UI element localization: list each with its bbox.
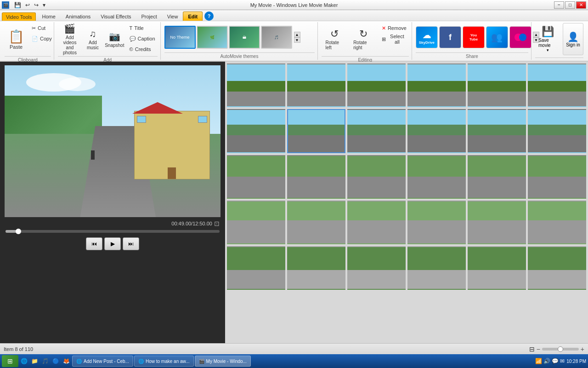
clip-23[interactable]: [468, 201, 526, 244]
maximize-button[interactable]: □: [565, 1, 575, 9]
credits-button[interactable]: © Credits: [127, 44, 158, 54]
clip-13[interactable]: [227, 155, 285, 199]
facebook-button[interactable]: f: [439, 26, 461, 48]
youtube-button[interactable]: YouTube: [463, 26, 485, 48]
taskbar-chrome-icon[interactable]: 🔵: [51, 358, 61, 364]
qat-redo[interactable]: ↪: [33, 1, 40, 9]
previous-frame-button[interactable]: ⏮: [86, 237, 102, 250]
clip-12[interactable]: [528, 109, 586, 153]
tab-edit[interactable]: Edit: [183, 12, 203, 21]
play-icon: ▶: [111, 241, 115, 247]
clip-16[interactable]: [407, 155, 466, 199]
tab-visual-effects[interactable]: Visual Effects: [96, 12, 136, 21]
clip-6[interactable]: [528, 63, 586, 107]
caption-button[interactable]: 💬 Caption: [127, 34, 158, 44]
close-button[interactable]: ✕: [576, 1, 586, 9]
clip-27[interactable]: [347, 246, 406, 290]
tray-network-icon[interactable]: 📶: [535, 358, 542, 364]
qat-dropdown[interactable]: ▾: [41, 1, 47, 9]
add-videos-button[interactable]: 🎬 Add videosand photos: [58, 23, 82, 55]
remove-button[interactable]: ✕ Remove: [379, 23, 409, 33]
clip-10[interactable]: [407, 109, 466, 153]
theme-4[interactable]: 🎵: [261, 26, 292, 49]
taskbar-firefox-icon[interactable]: 🦊: [62, 358, 71, 364]
tab-home[interactable]: Home: [37, 12, 60, 21]
seek-handle[interactable]: [16, 229, 21, 234]
clip-7[interactable]: [227, 109, 285, 153]
clip-4[interactable]: [407, 63, 466, 107]
save-movie-button[interactable]: 💾 Save movie ▾: [535, 23, 561, 55]
system-clock: 10:28 PM: [566, 359, 586, 364]
taskbar-folder-icon[interactable]: 📁: [30, 358, 40, 364]
clip-9[interactable]: [347, 109, 406, 153]
app-icon: 🎬: [2, 1, 9, 9]
clip-21[interactable]: [347, 201, 406, 244]
clip-26[interactable]: [287, 246, 345, 290]
clip-1[interactable]: [227, 63, 285, 107]
clip-8[interactable]: [287, 109, 345, 153]
clip-2[interactable]: [287, 63, 345, 107]
sign-in-button[interactable]: 👤 Sign in: [563, 23, 583, 55]
theme-2[interactable]: 🌿: [197, 26, 228, 49]
clip-14[interactable]: [287, 155, 345, 199]
paste-button[interactable]: 📋 Paste: [5, 23, 28, 55]
clip-30[interactable]: [528, 246, 586, 290]
minimize-button[interactable]: −: [554, 1, 564, 9]
tab-view[interactable]: View: [162, 12, 183, 21]
start-button[interactable]: ⊞: [2, 355, 18, 367]
select-all-button[interactable]: ⊞ Select all: [379, 34, 409, 44]
tray-whatsapp-icon[interactable]: 💬: [552, 358, 559, 364]
taskbar-item-1[interactable]: 🌐 Add New Post - Ceb...: [72, 356, 133, 367]
qat-save[interactable]: 💾: [13, 1, 23, 9]
taskbar-media-icon[interactable]: 🎵: [40, 358, 50, 364]
flickr-button[interactable]: [509, 26, 531, 48]
clip-20[interactable]: [287, 201, 345, 244]
zoom-out-button[interactable]: −: [537, 345, 540, 353]
clip-5[interactable]: [468, 63, 526, 107]
taskbar-ie-icon[interactable]: 🌐: [19, 358, 29, 364]
zoom-slider[interactable]: [542, 348, 579, 351]
copy-button[interactable]: 📄 Copy: [29, 34, 54, 44]
zoom-handle[interactable]: [558, 346, 563, 352]
storyboard[interactable]: [225, 62, 588, 343]
title-button[interactable]: T Title: [127, 23, 158, 33]
seek-bar-container[interactable]: [4, 228, 221, 235]
tab-animations[interactable]: Animations: [61, 12, 96, 21]
zoom-in-button[interactable]: +: [581, 345, 584, 353]
credits-label: Credits: [135, 46, 151, 52]
tab-project[interactable]: Project: [136, 12, 162, 21]
seek-bar[interactable]: [6, 230, 220, 233]
tray-volume-icon[interactable]: 🔊: [543, 358, 550, 364]
clip-24[interactable]: [528, 201, 586, 244]
add-videos-icon: 🎬: [64, 23, 75, 34]
clip-18[interactable]: [528, 155, 586, 199]
tray-msg-icon[interactable]: ✉: [560, 358, 565, 364]
clip-19[interactable]: [227, 201, 285, 244]
themes-scroll-up[interactable]: ▲: [294, 32, 300, 37]
snapshot-button[interactable]: 📷 Snapshot: [104, 23, 125, 55]
add-music-button[interactable]: ♫ Addmusic: [84, 23, 102, 55]
taskbar-item-3[interactable]: 🎬 My Movie - Windo...: [195, 356, 251, 367]
help-button[interactable]: ?: [204, 12, 214, 21]
expand-preview-button[interactable]: ⊡: [214, 220, 220, 227]
clip-15[interactable]: [347, 155, 406, 199]
rotate-right-button[interactable]: ↻ Rotate right: [349, 23, 378, 55]
clip-22[interactable]: [407, 201, 466, 244]
windows-live-button[interactable]: 👥: [486, 26, 508, 48]
taskbar-item-2[interactable]: 🌐 How to make an aw...: [134, 356, 194, 367]
clip-28[interactable]: [407, 246, 466, 290]
next-frame-button[interactable]: ⏭: [123, 237, 139, 250]
clip-3[interactable]: [347, 63, 406, 107]
theme-1[interactable]: No Theme: [164, 26, 196, 49]
clip-11[interactable]: [468, 109, 526, 153]
play-button[interactable]: ▶: [104, 237, 121, 250]
clip-29[interactable]: [468, 246, 526, 290]
cut-button[interactable]: ✂ Cut: [29, 23, 54, 33]
qat-undo[interactable]: ↩: [24, 1, 31, 9]
theme-3[interactable]: 🏔: [229, 26, 260, 49]
rotate-left-button[interactable]: ↺ Rotate left: [322, 23, 348, 55]
clip-25[interactable]: [227, 246, 285, 290]
clip-17[interactable]: [468, 155, 526, 199]
themes-scroll-down[interactable]: ▼: [294, 37, 300, 43]
skydrive-button[interactable]: ☁ SkyDrive: [416, 26, 438, 48]
